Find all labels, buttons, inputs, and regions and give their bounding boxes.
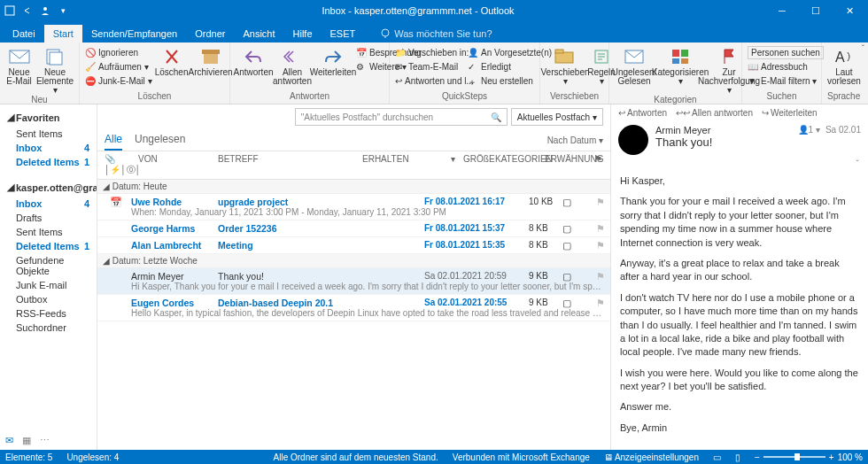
svg-rect-8: [204, 54, 218, 64]
rp-reply[interactable]: ↩Antworten: [618, 108, 667, 118]
minimize-button[interactable]: ─: [767, 0, 797, 21]
flag-icon[interactable]: ⚑: [596, 298, 605, 308]
flag-icon[interactable]: ⚑: [596, 271, 605, 282]
flag-icon[interactable]: ⚑: [596, 197, 605, 207]
folder-item-suchordner[interactable]: Suchordner: [0, 321, 97, 335]
tab-senden-empfangen[interactable]: Senden/Empfangen: [82, 25, 186, 43]
folder-item-outbox[interactable]: Outbox: [0, 292, 97, 306]
qs-boss[interactable]: 👤An Vorgesetzte(n): [468, 46, 537, 59]
msg-category: ▢: [562, 271, 589, 282]
svg-rect-6: [50, 52, 62, 65]
group-header[interactable]: ◢ Datum: Heute: [97, 180, 610, 194]
reply-button[interactable]: Antworten: [236, 44, 271, 77]
new-icon: ＋: [468, 76, 478, 87]
favorites-header[interactable]: ◢Favoriten: [0, 108, 97, 127]
zoom-out[interactable]: −: [755, 452, 760, 462]
archive-button[interactable]: Archivieren: [191, 44, 230, 77]
junk-button[interactable]: ⛔Junk-E-Mail ▾: [85, 74, 152, 88]
msg-preview: Hi Kasper, Thank you for your e mail I r…: [131, 282, 605, 291]
flag-icon[interactable]: ⚑: [596, 223, 605, 234]
folder-item-inbox[interactable]: Inbox4: [0, 197, 97, 211]
qs-reply-and[interactable]: ↩Antworten und l...: [395, 74, 464, 88]
fav-item-sent-items[interactable]: Sent Items: [0, 127, 97, 141]
rp-reply-all[interactable]: ↩↩Allen antworten: [676, 108, 753, 118]
nav-mail-icon[interactable]: ✉: [5, 435, 13, 446]
recipients-count[interactable]: 👤1 ▾: [798, 125, 820, 135]
msg-date: Sa 02.01.2021 20:59: [424, 271, 522, 282]
qat-undo-icon[interactable]: [21, 4, 34, 17]
tab-all[interactable]: Alle: [105, 129, 122, 151]
read-aloud-button[interactable]: A Laut vorlesen: [827, 44, 861, 86]
folder-item-junk-e-mail[interactable]: Junk E-mail: [0, 278, 97, 292]
search-scope[interactable]: Aktuelles Postfach▾: [511, 108, 603, 126]
qs-done[interactable]: ✓Erledigt: [468, 60, 537, 73]
qs-move-to[interactable]: 📁Verschieben in: ?: [395, 46, 464, 59]
qs-team[interactable]: ✉Team-E-Mail: [395, 60, 464, 73]
zoom-slider[interactable]: [763, 456, 825, 458]
people-search[interactable]: Personen suchen: [748, 46, 824, 59]
move-button[interactable]: Verschieben ▾: [546, 44, 585, 86]
new-items-button[interactable]: Neue Elemente ▾: [36, 44, 74, 95]
search-input[interactable]: "Aktuelles Postfach" durchsuchen 🔍: [295, 108, 508, 126]
folder-item-gefundene-objekte[interactable]: Gefundene Objekte: [0, 253, 97, 278]
close-button[interactable]: ✕: [834, 0, 864, 21]
sort-button[interactable]: Nach Datum ▾: [547, 129, 603, 151]
tell-me[interactable]: Was möchten Sie tun?: [373, 25, 499, 43]
delete-button[interactable]: Löschen: [156, 44, 188, 77]
folder-item-rss-feeds[interactable]: RSS-Feeds: [0, 306, 97, 321]
folder-item-drafts[interactable]: Drafts: [0, 211, 97, 225]
tab-hilfe[interactable]: Hilfe: [284, 25, 322, 43]
menubar: Datei Start Senden/Empfangen Ordner Ansi…: [0, 21, 868, 43]
svg-rect-15: [672, 58, 679, 64]
status-display[interactable]: 🖥Anzeigeeinstellungen: [604, 452, 699, 462]
account-header[interactable]: ◢kasper.otten@gra...: [0, 178, 97, 197]
tab-start[interactable]: Start: [44, 25, 82, 43]
flag-icon[interactable]: ⚑: [596, 240, 605, 251]
ignore-button[interactable]: 🚫Ignorieren: [85, 46, 152, 59]
column-headers[interactable]: 📎│⚡│⓪│ VON BETREFF ERHALTEN ▾ GRÖßE KATE…: [97, 151, 610, 180]
new-items-icon: [44, 46, 66, 67]
tab-datei[interactable]: Datei: [4, 25, 44, 43]
message-row[interactable]: Armin MeyerThank you!Sa 02.01.2021 20:59…: [97, 268, 610, 295]
filter-email-button[interactable]: ▼E-Mail filtern ▾: [748, 74, 824, 88]
zoom-in[interactable]: +: [829, 452, 834, 462]
qat-down-icon[interactable]: ▾: [57, 4, 69, 17]
message-row[interactable]: Alan LambrechtMeetingFr 08.01.2021 15:35…: [97, 237, 610, 254]
cleanup-button[interactable]: 🧹Aufräumen ▾: [85, 60, 152, 73]
view-reading-icon[interactable]: ▯: [735, 452, 740, 462]
reply-all-button[interactable]: Allen antworten: [275, 44, 310, 86]
ribbon-collapse[interactable]: ˇ: [862, 44, 864, 54]
message-row[interactable]: George HarmsOrder 152236Fr 08.01.2021 15…: [97, 220, 610, 237]
new-email-button[interactable]: Neue E-Mail: [5, 44, 33, 86]
tab-ansicht[interactable]: Ansicht: [234, 25, 283, 43]
categorize-button[interactable]: Kategorisieren ▾: [657, 44, 703, 86]
msg-size: 8 KB: [529, 240, 555, 251]
message-row[interactable]: 📅Uwe Rohdeupgrade projectFr 08.01.2021 1…: [97, 194, 610, 220]
rp-forward[interactable]: ↪Weiterleiten: [762, 108, 818, 118]
reading-body: Hi Kasper,Thank you for your e mail I re…: [611, 169, 868, 450]
fav-item-deleted-items[interactable]: Deleted Items1: [0, 155, 97, 169]
nav-calendar-icon[interactable]: ▦: [22, 435, 31, 446]
qat-save-icon[interactable]: [4, 4, 16, 17]
forward-button[interactable]: Weiterleiten: [314, 44, 353, 77]
fav-item-inbox[interactable]: Inbox4: [0, 141, 97, 155]
msg-date: Fr 08.01.2021 16:17: [424, 197, 522, 207]
folder-item-deleted-items[interactable]: Deleted Items1: [0, 239, 97, 253]
view-normal-icon[interactable]: ▭: [713, 452, 721, 462]
folder-item-sent-items[interactable]: Sent Items: [0, 225, 97, 239]
qat-person-icon[interactable]: [39, 4, 51, 17]
expand-icon[interactable]: ˇ: [856, 159, 859, 169]
maximize-button[interactable]: ☐: [801, 0, 831, 21]
group-header[interactable]: ◢ Datum: Letzte Woche: [97, 254, 610, 268]
delete-icon: [161, 46, 182, 67]
message-row[interactable]: Eugen CordesDebian-based Deepin 20.1Sa 0…: [97, 295, 610, 321]
tab-ordner[interactable]: Ordner: [186, 25, 234, 43]
unread-button[interactable]: Ungelesen/ Gelesen: [615, 44, 654, 86]
qs-create[interactable]: ＋Neu erstellen: [468, 74, 537, 88]
addressbook-button[interactable]: 📖Adressbuch: [748, 60, 824, 73]
msg-subject: Thank you!: [218, 271, 417, 282]
tab-eset[interactable]: ESET: [322, 25, 365, 43]
search-icon[interactable]: 🔍: [491, 112, 501, 122]
tab-unread[interactable]: Ungelesen: [135, 129, 185, 151]
nav-more-icon[interactable]: ⋯: [40, 435, 50, 446]
